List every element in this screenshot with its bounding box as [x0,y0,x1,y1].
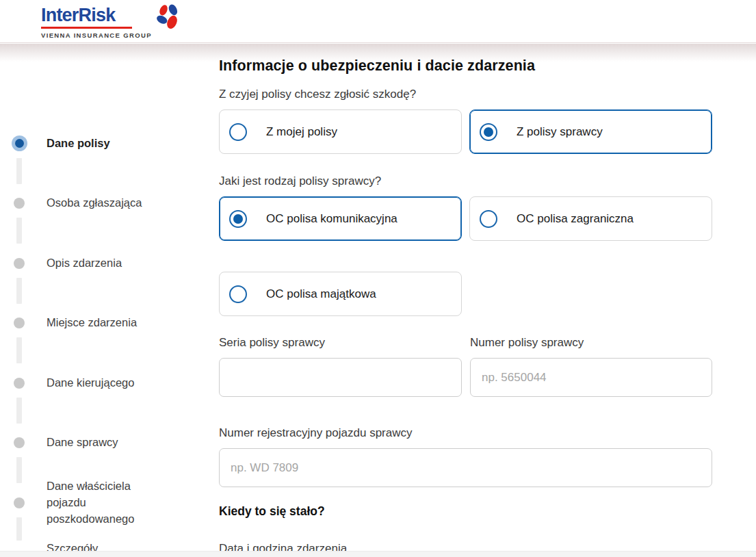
step-dane-sprawcy[interactable]: Dane sprawcy [14,435,156,451]
option-oc-komunikacyjna[interactable]: OC polisa komunikacyjna [219,196,462,241]
options-policy-type-row1: OC polisa komunikacyjna OC polisa zagran… [219,196,712,241]
step-label: Dane sprawcy [47,435,156,451]
question-policy-type: Jaki jest rodzaj polisy sprawcy? [219,174,381,188]
step-dot-icon [14,198,25,209]
step-dot-icon [14,258,25,269]
brand-red-rule [41,27,132,29]
options-policy-type-row2: OC polisa majątkowa [219,272,712,316]
numer-polisy-input[interactable] [470,358,712,397]
radio-unchecked-icon [229,285,247,303]
option-oc-majatkowa[interactable]: OC polisa majątkowa [219,272,462,316]
option-label: OC polisa zagraniczna [517,212,634,226]
active-step-dot-icon [12,135,27,151]
step-connector [16,398,22,424]
label-numer-rejestracyjny: Numer rejestracyjny pojazdu sprawcy [219,426,413,440]
brand-subtitle: VIENNA INSURANCE GROUP [41,31,152,39]
step-label: Dane kierującego [47,375,156,391]
step-connector [16,337,22,363]
radio-checked-icon [480,123,497,141]
options-whose-policy: Z mojej polisy Z polisy sprawcy [219,109,712,154]
step-miejsce-zdarzenia[interactable]: Miejsce zdarzenia [14,315,156,331]
step-connector [16,158,22,184]
step-label: Opis zdarzenia [47,255,156,272]
step-label: Dane właściciela pojazdu poszkodowanego [47,478,156,528]
step-dane-kierujacego[interactable]: Dane kierującego [14,375,156,391]
form-main: Informacje o ubezpieczeniu i dacie zdarz… [219,0,712,557]
label-numer-polisy: Numer polisy sprawcy [470,336,584,350]
numer-rejestracyjny-input[interactable] [219,448,712,487]
label-seria-polisy: Seria polisy sprawcy [219,336,325,350]
option-label: OC polisa komunikacyjna [266,212,397,226]
bottom-bar [0,551,756,557]
step-opis-zdarzenia[interactable]: Opis zdarzenia [14,255,156,272]
option-oc-zagraniczna[interactable]: OC polisa zagraniczna [469,196,712,241]
step-dane-wlasciciela[interactable]: Dane właściciela pojazdu poszkodowanego [14,478,156,528]
interrisk-logo: InterRisk VIENNA INSURANCE GROUP [41,5,181,39]
app-header: InterRisk VIENNA INSURANCE GROUP [0,0,756,43]
option-z-polisy-sprawcy[interactable]: Z polisy sprawcy [469,109,712,154]
option-z-mojej-polisy[interactable]: Z mojej polisy [219,109,462,154]
step-label: Dane polisy [47,135,156,152]
page-title: Informacje o ubezpieczeniu i dacie zdarz… [219,57,712,75]
step-connector [16,517,22,541]
progress-stepper: Dane polisy Osoba zgłaszająca Opis zdarz… [0,0,205,557]
question-whose-policy: Z czyjej polisy chcesz zgłosić szkodę? [219,88,416,101]
step-dot-icon [14,437,25,448]
option-label: Z polisy sprawcy [517,125,603,139]
radio-unchecked-icon [229,123,247,141]
radio-checked-icon [229,210,247,228]
step-dane-polisy[interactable]: Dane polisy [14,135,156,152]
brand-name: InterRisk [41,5,152,25]
step-label: Osoba zgłaszająca [47,195,156,211]
section-when-title: Kiedy to się stało? [219,504,325,519]
step-dot-icon [14,378,25,389]
radio-unchecked-icon [480,210,497,228]
step-connector [16,278,22,304]
seria-polisy-input[interactable] [219,358,462,397]
step-connector [16,218,22,244]
step-dot-icon [14,497,25,508]
option-label: Z mojej polisy [266,125,337,139]
step-dot-icon [14,318,25,328]
vig-pinwheel-icon [155,3,181,31]
step-osoba-zglaszajaca[interactable]: Osoba zgłaszająca [14,195,156,211]
step-label: Miejsce zdarzenia [47,315,156,331]
option-label: OC polisa majątkowa [266,287,376,301]
